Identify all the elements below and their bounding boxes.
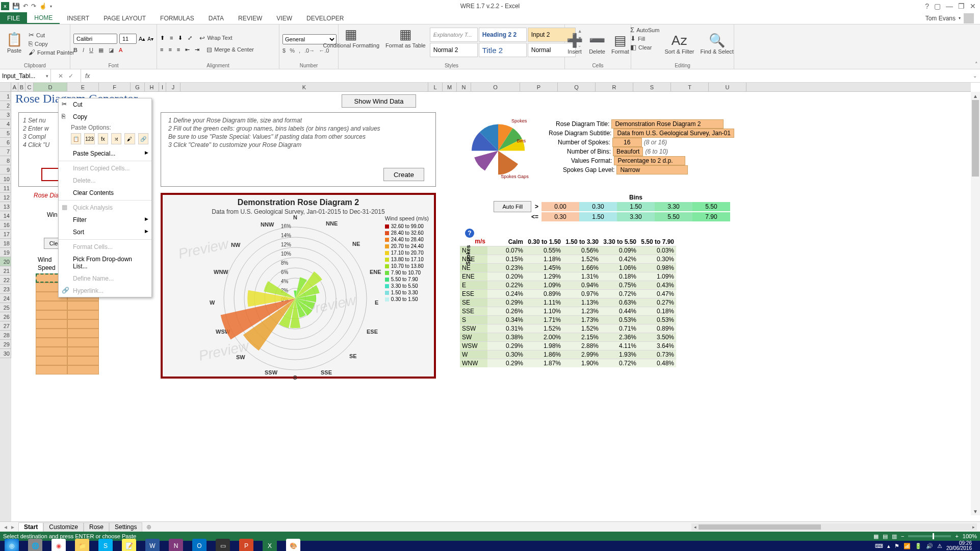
find-select-button[interactable]: 🔍Find & Select [697, 26, 736, 62]
row-header-24[interactable]: 24 [0, 294, 11, 303]
input-cell[interactable] [67, 319, 99, 329]
taskbar-explorer[interactable]: 📁 [70, 541, 94, 551]
menu-pick-dropdown[interactable]: Pick From Drop-down List... [59, 253, 151, 272]
taskbar-outlook[interactable]: O [188, 541, 211, 551]
row-header-25[interactable]: 25 [0, 303, 11, 312]
taskbar-slides[interactable]: ▭ [211, 541, 235, 551]
currency-icon[interactable]: $ [282, 47, 286, 54]
wrap-text-button[interactable]: ↩Wrap Text [197, 34, 234, 42]
font-color-button[interactable]: A [119, 47, 122, 54]
col-header-H[interactable]: H [145, 83, 159, 91]
paste-formulas-icon[interactable]: fx [98, 133, 108, 144]
close-icon[interactable]: ✕ [970, 2, 976, 10]
paste-formatting-icon[interactable]: 🖌 [124, 133, 135, 144]
input-cell[interactable] [67, 347, 99, 356]
row-header-8[interactable]: 8 [0, 156, 11, 165]
row-header-22[interactable]: 22 [0, 276, 11, 285]
indent-dec-icon[interactable]: ⇤ [185, 46, 190, 53]
align-right-icon[interactable]: ≡ [177, 46, 180, 53]
input-cell[interactable] [36, 319, 67, 329]
user-account[interactable]: Tom Evans ▾ [925, 13, 980, 23]
taskbar-word[interactable]: W [141, 541, 164, 551]
param-nbins-value[interactable]: Beaufort [613, 147, 643, 156]
row-header-18[interactable]: 18 [0, 239, 11, 248]
tab-data[interactable]: DATA [201, 12, 231, 24]
view-layout-icon[interactable]: ▤ [883, 533, 888, 540]
menu-filter[interactable]: Filter▶ [59, 214, 151, 226]
create-button[interactable]: Create [383, 168, 424, 181]
formula-input[interactable] [94, 69, 970, 82]
input-cell[interactable] [36, 338, 67, 347]
bold-button[interactable]: B [73, 47, 78, 54]
sheet-tab-rose[interactable]: Rose [84, 522, 109, 532]
volume-icon[interactable]: 🔊 [926, 543, 933, 549]
row-header-5[interactable]: 5 [0, 129, 11, 138]
menu-sort[interactable]: Sort▶ [59, 226, 151, 238]
menu-paste-special[interactable]: Paste Special...▶ [59, 147, 151, 160]
sheet-tab-start[interactable]: Start [18, 522, 43, 532]
font-size-input[interactable] [119, 34, 137, 44]
tab-formulas[interactable]: FORMULAS [153, 12, 201, 24]
collapse-ribbon-icon[interactable]: ˄ [975, 61, 978, 68]
action-center-icon[interactable]: ⚑ [894, 543, 899, 549]
input-cell[interactable] [67, 365, 99, 374]
row-header-6[interactable]: 6 [0, 138, 11, 147]
user-dropdown-icon[interactable]: ▾ [959, 16, 961, 20]
tab-file[interactable]: FILE [0, 12, 27, 24]
scroll-thumb[interactable] [972, 100, 979, 177]
col-header-J[interactable]: J [166, 83, 180, 91]
row-headers[interactable]: 1234567891011121314161718192021222324252… [0, 92, 11, 521]
paste-transpose-icon[interactable]: ⤭ [111, 133, 121, 144]
save-icon[interactable]: 💾 [12, 3, 20, 10]
tab-insert[interactable]: INSERT [60, 12, 96, 24]
sort-filter-button[interactable]: AᴢSort & Filter [661, 26, 697, 62]
help-icon[interactable]: ? [925, 2, 929, 10]
col-header-O[interactable]: O [471, 83, 520, 91]
param-sgl-value[interactable]: Narrow [616, 165, 688, 174]
style-heading2[interactable]: Heading 2 2 [479, 28, 527, 42]
col-header-P[interactable]: P [520, 83, 558, 91]
row-header-21[interactable]: 21 [0, 266, 11, 276]
row-header-7[interactable]: 7 [0, 147, 11, 156]
taskbar-onenote[interactable]: N [164, 541, 188, 551]
zoom-in-icon[interactable]: + [955, 533, 958, 539]
col-header-I[interactable]: I [159, 83, 166, 91]
redo-icon[interactable]: ↷ [31, 3, 36, 10]
row-header-2[interactable]: 2 [0, 101, 11, 110]
orientation-icon[interactable]: ⤢ [188, 35, 192, 41]
sheet-nav-last-icon[interactable]: ▸ [11, 523, 14, 531]
format-painter-button[interactable]: 🖌Format Painter [27, 48, 76, 57]
bin-lo-cell[interactable]: 1.50 [617, 202, 655, 211]
underline-button[interactable]: U [89, 47, 93, 54]
view-normal-icon[interactable]: ▦ [873, 533, 879, 540]
insert-cells-button[interactable]: ➕Insert [563, 26, 586, 62]
help-icon[interactable]: ? [465, 229, 474, 238]
tab-view[interactable]: VIEW [269, 12, 299, 24]
align-top-icon[interactable]: ⬆ [160, 35, 165, 41]
bin-lo-cell[interactable]: 0.30 [579, 202, 617, 211]
scroll-up-icon[interactable]: ▲ [971, 92, 980, 100]
param-nspokes-value[interactable]: 16 [612, 138, 642, 147]
row-header-17[interactable]: 17 [0, 230, 11, 239]
row-header-30[interactable]: 30 [0, 349, 11, 358]
taskbar-powerpoint[interactable]: P [235, 541, 258, 551]
menu-copy[interactable]: ⎘Copy [59, 111, 151, 123]
style-title2[interactable]: Title 2 [479, 43, 527, 57]
select-all-cell[interactable] [0, 83, 11, 92]
indent-inc-icon[interactable]: ⇥ [195, 46, 199, 53]
touch-icon[interactable]: ☝ [39, 3, 47, 10]
bin-lo-cell[interactable]: 3.30 [655, 202, 692, 211]
conditional-formatting-button[interactable]: ▦Conditional Formatting [320, 26, 382, 49]
col-header-D[interactable]: D [34, 83, 67, 91]
align-center-icon[interactable]: ≡ [168, 46, 171, 53]
bin-hi-cell[interactable]: 0.30 [541, 212, 579, 221]
input-cell[interactable] [36, 347, 67, 356]
format-as-table-button[interactable]: ▦Format as Table [382, 26, 429, 49]
col-header-M[interactable]: M [443, 83, 457, 91]
style-normal2[interactable]: Normal 2 [430, 43, 478, 57]
align-left-icon[interactable]: ≡ [160, 46, 163, 53]
sheet-tab-customize[interactable]: Customize [43, 522, 84, 532]
name-box[interactable]: Input_Tabl... ▾ [0, 69, 51, 82]
row-header-11[interactable]: 11 [0, 184, 11, 193]
tray-more-icon[interactable]: ▴ [887, 543, 890, 549]
